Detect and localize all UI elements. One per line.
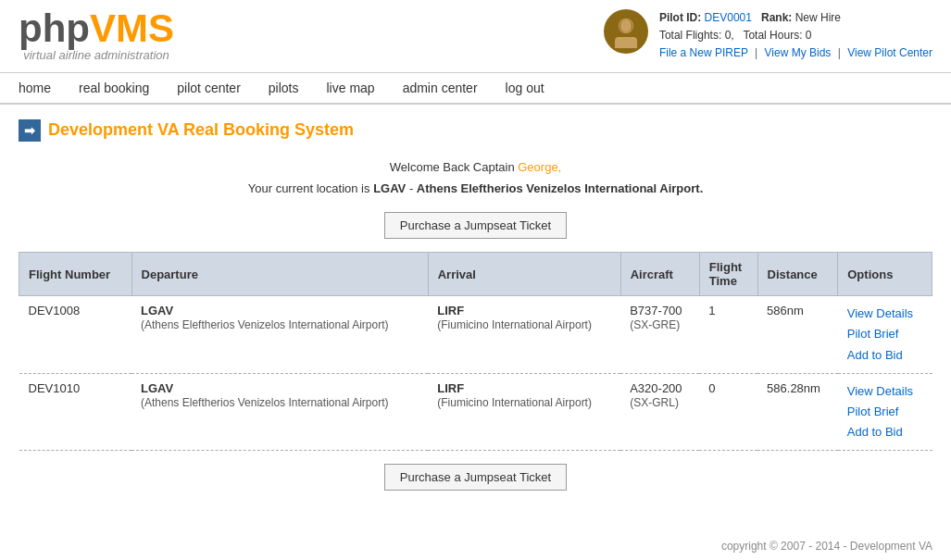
cell-flight-number: DEV1008 bbox=[19, 296, 132, 373]
cell-departure: LGAV (Athens Eleftherios Venizelos Inter… bbox=[131, 296, 428, 373]
logo-php: php bbox=[19, 6, 90, 50]
arr-code: LIRF bbox=[437, 381, 464, 395]
pilot-rank-label: Rank: bbox=[761, 11, 792, 24]
navigation: home real booking pilot center pilots li… bbox=[0, 73, 951, 105]
cell-flight-number: DEV1010 bbox=[19, 373, 132, 450]
view-details-link-2[interactable]: View Details bbox=[847, 381, 923, 402]
nav-list: home real booking pilot center pilots li… bbox=[19, 73, 932, 103]
nav-item-live-map[interactable]: live map bbox=[326, 81, 374, 95]
nav-item-pilot-center[interactable]: pilot center bbox=[177, 81, 240, 95]
col-options: Options bbox=[838, 253, 932, 296]
pilot-id-label: Pilot ID: bbox=[659, 11, 701, 24]
col-distance: Distance bbox=[757, 253, 838, 296]
page-title-area: ➡ Development VA Real Booking System bbox=[19, 119, 932, 142]
pilot-flights-value: 0 bbox=[725, 29, 732, 42]
main-content: ➡ Development VA Real Booking System Wel… bbox=[0, 105, 951, 518]
add-to-bid-link-2[interactable]: Add to Bid bbox=[847, 422, 923, 442]
col-aircraft: Aircraft bbox=[620, 253, 699, 296]
logo-text: phpVMS bbox=[19, 9, 174, 48]
cell-aircraft: B737-700 (SX-GRE) bbox=[620, 296, 699, 373]
nav-item-admin-center[interactable]: admin center bbox=[403, 81, 478, 95]
svg-rect-1 bbox=[615, 37, 637, 48]
pilot-hours-value: 0 bbox=[806, 29, 812, 42]
pilot-id-value: DEV0001 bbox=[705, 11, 752, 24]
location-name: Athens Eleftherios Venizelos Internation… bbox=[417, 181, 703, 195]
link-pilot-center[interactable]: View Pilot Center bbox=[847, 46, 932, 59]
cell-options: View Details Pilot Brief Add to Bid bbox=[838, 296, 932, 373]
pilot-info: Pilot ID: DEV0001 Rank: New Hire Total F… bbox=[604, 9, 932, 63]
cell-distance: 586.28nm bbox=[757, 373, 838, 450]
aircraft-reg: (SX-GRL) bbox=[630, 396, 679, 409]
nav-link-admin-center[interactable]: admin center bbox=[403, 81, 478, 95]
cell-flight-time: 1 bbox=[699, 296, 757, 373]
nav-link-live-map[interactable]: live map bbox=[326, 81, 374, 95]
separator-2: | bbox=[838, 46, 841, 59]
header: phpVMS virtual airline administration Pi… bbox=[0, 0, 951, 73]
jumpseat-button-top[interactable]: Purchase a Jumpseat Ticket bbox=[384, 212, 567, 239]
arr-name: (Fiumicino International Airport) bbox=[437, 318, 592, 331]
jumpseat-btn-bottom: Purchase a Jumpseat Ticket bbox=[19, 464, 932, 491]
table-row: DEV1010 LGAV (Athens Eleftherios Venizel… bbox=[19, 373, 932, 450]
nav-item-home[interactable]: home bbox=[19, 81, 51, 95]
logo-subtitle: virtual airline administration bbox=[23, 48, 169, 62]
jumpseat-btn-top: Purchase a Jumpseat Ticket bbox=[19, 212, 932, 239]
nav-link-real-booking[interactable]: real booking bbox=[79, 81, 149, 95]
arr-code: LIRF bbox=[437, 304, 464, 317]
location-code: LGAV bbox=[373, 181, 406, 195]
cell-options: View Details Pilot Brief Add to Bid bbox=[838, 373, 932, 450]
nav-link-logout[interactable]: log out bbox=[506, 81, 544, 95]
nav-link-pilot-center[interactable]: pilot center bbox=[177, 81, 240, 95]
location-sep: - bbox=[406, 181, 417, 195]
welcome-area: Welcome Back Captain George, Your curren… bbox=[19, 156, 932, 200]
dep-code: LGAV bbox=[141, 381, 173, 395]
col-flight-time: FlightTime bbox=[699, 253, 757, 296]
pilot-brief-link-2[interactable]: Pilot Brief bbox=[847, 402, 923, 422]
col-departure: Departure bbox=[131, 253, 428, 296]
logo-vms: VMS bbox=[90, 6, 174, 50]
cell-distance: 586nm bbox=[757, 296, 838, 373]
pilot-flights-label: Total Flights: bbox=[659, 29, 721, 42]
col-arrival: Arrival bbox=[428, 253, 620, 296]
table-header-row: Flight Number Departure Arrival Aircraft… bbox=[19, 253, 932, 296]
avatar bbox=[604, 9, 648, 54]
nav-link-pilots[interactable]: pilots bbox=[269, 81, 299, 95]
cell-flight-time: 0 bbox=[699, 373, 757, 450]
copyright-text: copyright © 2007 - 2014 - Development VA bbox=[19, 537, 932, 557]
jumpseat-button-bottom[interactable]: Purchase a Jumpseat Ticket bbox=[384, 464, 567, 491]
nav-item-logout[interactable]: log out bbox=[506, 81, 544, 95]
link-bids[interactable]: View My Bids bbox=[765, 46, 832, 59]
link-pirep[interactable]: File a New PIREP bbox=[659, 46, 748, 59]
table-row: DEV1008 LGAV (Athens Eleftherios Venizel… bbox=[19, 296, 932, 373]
arrow-icon: ➡ bbox=[19, 119, 41, 142]
view-details-link-1[interactable]: View Details bbox=[847, 304, 923, 324]
svg-point-3 bbox=[620, 19, 632, 32]
nav-item-pilots[interactable]: pilots bbox=[269, 81, 299, 95]
nav-item-real-booking[interactable]: real booking bbox=[79, 81, 149, 95]
page-title: Development VA Real Booking System bbox=[48, 120, 354, 140]
add-to-bid-link-1[interactable]: Add to Bid bbox=[847, 345, 923, 366]
cell-departure: LGAV (Athens Eleftherios Venizelos Inter… bbox=[131, 373, 428, 450]
arr-name: (Fiumicino International Airport) bbox=[437, 396, 592, 409]
dep-name: (Athens Eleftherios Venizelos Internatio… bbox=[141, 396, 388, 409]
dep-code: LGAV bbox=[141, 304, 173, 317]
cell-arrival: LIRF (Fiumicino International Airport) bbox=[428, 296, 620, 373]
separator-1: | bbox=[755, 46, 757, 59]
pilot-rank-value: New Hire bbox=[795, 11, 841, 24]
flights-table: Flight Number Departure Arrival Aircraft… bbox=[19, 252, 932, 451]
cell-arrival: LIRF (Fiumicino International Airport) bbox=[428, 373, 620, 450]
pilot-brief-link-1[interactable]: Pilot Brief bbox=[847, 324, 923, 344]
dep-name: (Athens Eleftherios Venizelos Internatio… bbox=[141, 318, 388, 331]
location-prefix: Your current location is bbox=[248, 181, 373, 195]
nav-link-home[interactable]: home bbox=[19, 81, 51, 95]
pilot-hours-label: Total Hours: bbox=[743, 29, 802, 42]
footer: copyright © 2007 - 2014 - Development VA… bbox=[0, 518, 951, 560]
captain-link[interactable]: George, bbox=[518, 160, 561, 174]
flights-tbody: DEV1008 LGAV (Athens Eleftherios Venizel… bbox=[19, 296, 932, 451]
aircraft-reg: (SX-GRE) bbox=[630, 318, 680, 331]
logo-area: phpVMS virtual airline administration bbox=[19, 9, 174, 62]
col-flight-number: Flight Number bbox=[19, 253, 132, 296]
welcome-prefix: Welcome Back Captain bbox=[390, 160, 519, 174]
cell-aircraft: A320-200 (SX-GRL) bbox=[620, 373, 699, 450]
pilot-details: Pilot ID: DEV0001 Rank: New Hire Total F… bbox=[659, 9, 932, 63]
